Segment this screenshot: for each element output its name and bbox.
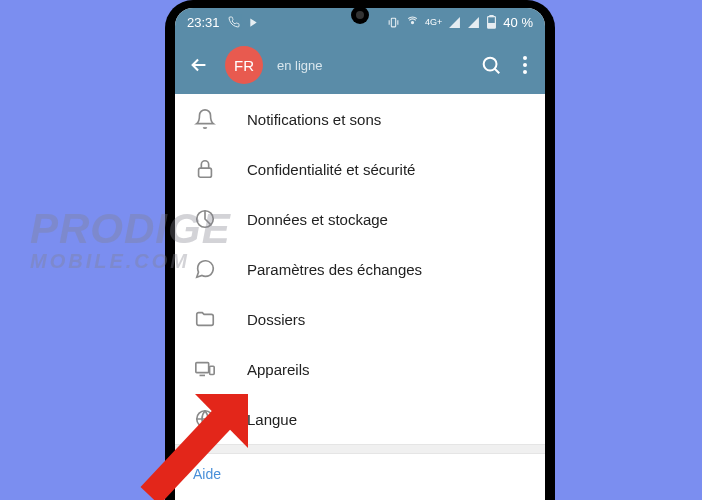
section-header-help: Aide [175,454,545,486]
settings-item-data[interactable]: Données et stockage [175,194,545,244]
hotspot-icon [406,16,419,29]
search-button[interactable] [479,53,503,77]
chat-icon [193,257,217,281]
settings-label: Données et stockage [247,211,388,228]
settings-item-chat[interactable]: Paramètres des échanges [175,244,545,294]
settings-label: Dossiers [247,311,305,328]
section-divider [175,444,545,454]
devices-icon [193,357,217,381]
settings-label: Notifications et sons [247,111,381,128]
battery-icon [486,15,497,29]
settings-item-privacy[interactable]: Confidentialité et sécurité [175,144,545,194]
pie-icon [193,207,217,231]
bell-icon [193,107,217,131]
camera-notch [351,6,369,24]
signal-icon-2 [467,16,480,29]
globe-icon [193,407,217,431]
avatar[interactable]: FR [225,46,263,84]
signal-icon [448,16,461,29]
svg-point-5 [484,58,497,71]
vibrate-icon [387,16,400,29]
play-store-icon [248,17,259,28]
svg-rect-4 [489,24,495,28]
svg-point-8 [523,70,527,74]
online-status: en ligne [277,58,465,73]
settings-item-language[interactable]: Langue [175,394,545,444]
svg-rect-3 [490,15,493,17]
folder-icon [193,307,217,331]
more-button[interactable] [517,53,533,77]
settings-label: Langue [247,411,297,428]
svg-point-7 [523,63,527,67]
settings-list: Notifications et sons Confidentialité et… [175,94,545,500]
svg-rect-12 [210,366,215,374]
avatar-initials: FR [234,57,254,74]
battery-text: 40 % [503,15,533,30]
svg-point-1 [412,21,414,23]
app-bar: FR en ligne [175,36,545,94]
lock-icon [193,157,217,181]
network-label: 4G+ [425,17,442,27]
settings-label: Appareils [247,361,310,378]
phone-frame: 23:31 4G+ [165,0,555,500]
settings-label: Confidentialité et sécurité [247,161,415,178]
svg-rect-11 [196,363,209,373]
status-time: 23:31 [187,15,220,30]
settings-item-notifications[interactable]: Notifications et sons [175,94,545,144]
back-button[interactable] [187,53,211,77]
settings-item-question[interactable]: Poser une question [175,486,545,500]
svg-rect-0 [391,18,395,27]
settings-label: Paramètres des échanges [247,261,422,278]
settings-item-folders[interactable]: Dossiers [175,294,545,344]
screen: 23:31 4G+ [175,8,545,500]
settings-item-devices[interactable]: Appareils [175,344,545,394]
phone-status-icon [228,16,240,28]
svg-rect-9 [199,168,212,177]
svg-point-6 [523,56,527,60]
